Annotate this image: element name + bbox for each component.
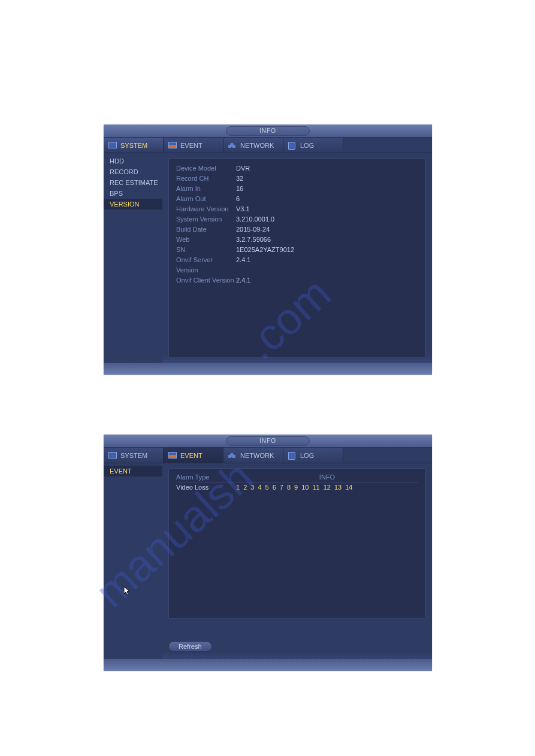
window-title: INFO	[226, 436, 310, 446]
build-date-value: 2015-09-24	[236, 224, 270, 235]
ch-num: 12	[324, 484, 331, 491]
tab-label: LOG	[300, 452, 314, 459]
info-window-system: INFO SYSTEM EVENT NETWORK LOG HDD RECORD…	[104, 125, 432, 375]
sidebar-item-recestimate[interactable]: REC ESTIMATE	[104, 177, 162, 188]
hardware-version-label: Hardware Version	[176, 204, 236, 214]
ch-num: 14	[345, 484, 352, 491]
titlebar: INFO	[104, 435, 432, 448]
window-body: HDD RECORD REC ESTIMATE BPS VERSION Devi…	[104, 153, 432, 363]
system-version-value: 3.210.0001.0	[236, 214, 274, 224]
device-model-label: Device Model	[176, 163, 236, 174]
col-info: INFO	[236, 473, 418, 481]
ch-num: 2	[243, 484, 247, 491]
network-icon	[228, 452, 237, 459]
alarm-out-value: 6	[236, 194, 240, 204]
monitor-icon	[108, 142, 117, 149]
log-icon	[288, 452, 297, 459]
sidebar-item-record[interactable]: RECORD	[104, 166, 162, 177]
web-value: 3.2.7.59066	[236, 235, 271, 245]
tab-label: LOG	[300, 142, 314, 149]
sidebar-item-version[interactable]: VERSION	[104, 199, 162, 210]
ch-num: 6	[273, 484, 276, 491]
event-panel: Alarm Type INFO Video Loss 1 2 3 4 5 6 7	[168, 468, 426, 619]
titlebar: INFO	[104, 125, 432, 138]
tab-label: NETWORK	[240, 452, 274, 459]
event-icon	[168, 452, 177, 459]
sn-label: SN	[176, 245, 236, 255]
tab-label: NETWORK	[240, 142, 274, 149]
tab-label: SYSTEM	[120, 452, 147, 459]
window-footer	[104, 363, 432, 375]
web-label: Web	[176, 235, 236, 245]
window-body: EVENT Alarm Type INFO Video Loss 1 2 3	[104, 463, 432, 659]
record-ch-value: 32	[236, 174, 243, 184]
sidebar-item-hdd[interactable]: HDD	[104, 156, 162, 166]
ch-num: 8	[287, 484, 291, 491]
ch-num: 10	[301, 484, 309, 491]
hardware-version-value: V3.1	[236, 204, 250, 214]
tab-label: EVENT	[180, 452, 202, 459]
content-area: Alarm Type INFO Video Loss 1 2 3 4 5 6 7	[162, 463, 432, 659]
content-area: Device ModelDVR Record CH32 Alarm In16 A…	[162, 153, 432, 363]
system-version-label: System Version	[176, 214, 236, 224]
event-channels: 1 2 3 4 5 6 7 8 9 10 11 12 13	[236, 484, 418, 491]
ch-num: 5	[265, 484, 269, 491]
event-row: Video Loss 1 2 3 4 5 6 7 8 9 10 1	[176, 482, 418, 491]
onvif-server-label: Onvif Server Version	[176, 255, 236, 275]
tab-event[interactable]: EVENT	[164, 138, 223, 153]
version-panel: Device ModelDVR Record CH32 Alarm In16 A…	[168, 158, 426, 358]
ch-num: 1	[236, 484, 240, 491]
refresh-button[interactable]: Refresh	[168, 641, 212, 652]
tab-event[interactable]: EVENT	[164, 448, 223, 463]
tab-bar: SYSTEM EVENT NETWORK LOG	[104, 138, 432, 153]
log-icon	[288, 142, 297, 149]
onvif-client-label: Onvif Client Version	[176, 275, 236, 286]
tab-bar: SYSTEM EVENT NETWORK LOG	[104, 448, 432, 463]
build-date-label: Build Date	[176, 224, 236, 235]
record-ch-label: Record CH	[176, 174, 236, 184]
event-table-header: Alarm Type INFO	[176, 473, 418, 482]
monitor-icon	[108, 452, 117, 459]
tab-log[interactable]: LOG	[283, 448, 343, 463]
event-icon	[168, 142, 177, 149]
window-footer	[104, 659, 432, 671]
sidebar-item-event[interactable]: EVENT	[104, 466, 162, 476]
ch-num: 13	[334, 484, 341, 491]
alarm-out-label: Alarm Out	[176, 194, 236, 204]
ch-num: 3	[250, 484, 254, 491]
onvif-client-value: 2.4.1	[236, 275, 250, 286]
tab-system[interactable]: SYSTEM	[104, 138, 164, 153]
tab-system[interactable]: SYSTEM	[104, 448, 164, 463]
sn-value: 1E025A2YAZT9012	[236, 245, 294, 255]
tab-log[interactable]: LOG	[283, 138, 343, 153]
tab-network[interactable]: NETWORK	[223, 138, 283, 153]
alarm-in-label: Alarm In	[176, 184, 236, 194]
sidebar: HDD RECORD REC ESTIMATE BPS VERSION	[104, 153, 162, 363]
ch-num: 11	[312, 484, 319, 491]
tab-label: SYSTEM	[120, 142, 147, 149]
onvif-server-value: 2.4.1	[236, 255, 250, 275]
ch-num: 4	[258, 484, 261, 491]
window-title: INFO	[226, 126, 310, 136]
ch-num: 9	[294, 484, 298, 491]
tab-network[interactable]: NETWORK	[223, 448, 283, 463]
tab-label: EVENT	[180, 142, 202, 149]
sidebar: EVENT	[104, 463, 162, 659]
network-icon	[228, 142, 237, 149]
device-model-value: DVR	[236, 163, 250, 174]
alarm-in-value: 16	[236, 184, 243, 194]
ch-num: 7	[280, 484, 283, 491]
col-alarm-type: Alarm Type	[176, 473, 236, 481]
sidebar-item-bps[interactable]: BPS	[104, 188, 162, 199]
event-type: Video Loss	[176, 484, 236, 491]
info-window-event: INFO SYSTEM EVENT NETWORK LOG EVENT	[104, 435, 432, 671]
